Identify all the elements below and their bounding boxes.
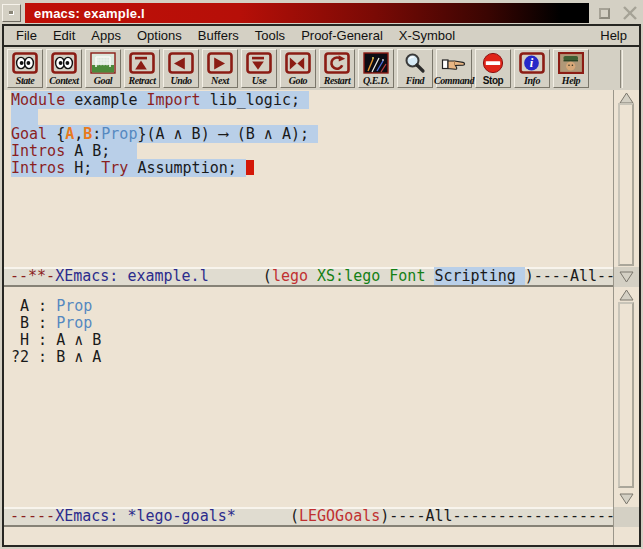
buffer-line: ?2 : B ∧ A — [11, 349, 613, 366]
toolbar-button-label: Command — [434, 75, 474, 87]
svg-text:i: i — [530, 56, 534, 70]
buffer-line: Intros H; Try Assumption; — [11, 160, 613, 177]
info-icon: i — [519, 51, 545, 75]
goto-icon — [285, 51, 311, 75]
menubar: FileEditAppsOptionsBuffersToolsProof-Gen… — [4, 26, 639, 47]
toolbar-divider — [620, 50, 623, 88]
menubar-items: FileEditAppsOptionsBuffersToolsProof-Gen… — [8, 26, 463, 45]
script-buffer[interactable]: Module example Import lib_logic; Goal {A… — [4, 90, 613, 267]
menu-item-file[interactable]: File — [8, 26, 45, 45]
toolbar-button-next[interactable]: Next — [202, 49, 238, 88]
menu-item-x-symbol[interactable]: X-Symbol — [391, 26, 463, 45]
close-button[interactable] — [620, 4, 640, 22]
toolbar-button-label: Stop — [483, 75, 504, 87]
frame: FileEditAppsOptionsBuffersToolsProof-Gen… — [2, 24, 641, 547]
toolbar-button-label: Goto — [289, 75, 307, 87]
toolbar-button-label: Undo — [170, 75, 191, 87]
toolbar-button-find[interactable]: Find — [397, 49, 433, 88]
close-icon — [622, 5, 638, 21]
restart-icon — [324, 51, 350, 75]
buffer-line: Intros A B; — [11, 143, 613, 160]
toolbar-button-label: Next — [211, 75, 229, 87]
eyes-icon — [51, 51, 77, 75]
editor-body: Module example Import lib_logic; Goal {A… — [4, 90, 639, 545]
maximize-icon — [599, 8, 610, 19]
toolbar-button-label: Use — [252, 75, 266, 87]
toolbar-button-label: Info — [524, 75, 540, 87]
toolbar-button-help[interactable]: Help — [553, 49, 589, 88]
scrollbar-gap — [614, 507, 639, 527]
goals-buffer[interactable]: A : Prop B : Prop H : A ∧ B?2 : B ∧ A — [4, 287, 613, 507]
help-icon — [558, 51, 584, 75]
toolbar-button-undo[interactable]: Undo — [163, 49, 199, 88]
toolbar-button-label: Context — [49, 75, 78, 87]
command-icon — [441, 51, 467, 75]
menu-item-buffers[interactable]: Buffers — [190, 26, 247, 45]
find-icon — [402, 51, 428, 75]
window-menu-icon — [9, 11, 14, 15]
text-cursor — [246, 160, 254, 175]
toolbar-button-info[interactable]: iInfo — [514, 49, 550, 88]
use-icon — [246, 51, 272, 75]
scroll-down-arrow-icon[interactable] — [619, 493, 634, 505]
buffer-line: H : A ∧ B — [11, 332, 613, 349]
xemacs-window: emacs: example.l FileEditAppsOptionsBuff… — [0, 0, 643, 549]
titlebar-gradient[interactable]: emacs: example.l — [25, 3, 589, 23]
menu-item-proof-general[interactable]: Proof-General — [293, 26, 391, 45]
scrollbar-thumb[interactable] — [618, 302, 634, 488]
toolbar-button-retract[interactable]: Retract — [124, 49, 160, 88]
maximize-button[interactable] — [594, 4, 614, 22]
minibuffer[interactable] — [4, 527, 613, 545]
menu-item-help[interactable]: Help — [592, 26, 635, 45]
menu-item-edit[interactable]: Edit — [45, 26, 83, 45]
buffer-line: Module example Import lib_logic; — [11, 92, 613, 109]
buffer-line: A : Prop — [11, 298, 613, 315]
toolbar-button-label: Retract — [128, 75, 155, 87]
scroll-down-arrow-icon[interactable] — [619, 271, 634, 283]
modeline-goals: -----XEmacs: *lego-goals* (LEGOGoals)---… — [4, 507, 613, 527]
toolbar-button-label: Goal — [94, 75, 112, 87]
stop-icon — [480, 51, 506, 75]
modeline-script: --**-XEmacs: example.l (lego XS:lego Fon… — [4, 267, 613, 287]
toolbar-button-stop[interactable]: Stop — [475, 49, 511, 88]
window-title: emacs: example.l — [34, 6, 145, 21]
retract-icon — [129, 51, 155, 75]
eyes-icon — [12, 51, 38, 75]
toolbar-button-context[interactable]: Context — [46, 49, 82, 88]
buffer-line: Goal {A,B:Prop}(A ∧ B) ⟶ (B ∧ A); — [11, 126, 613, 143]
toolbar-button-state[interactable]: State — [7, 49, 43, 88]
toolbar-button-label: Restart — [324, 75, 351, 87]
toolbar-button-restart[interactable]: Restart — [319, 49, 355, 88]
menu-item-apps[interactable]: Apps — [83, 26, 129, 45]
buffer-line — [11, 109, 613, 126]
menu-item-options[interactable]: Options — [129, 26, 190, 45]
menu-item-tools[interactable]: Tools — [247, 26, 293, 45]
window-menu-button[interactable] — [2, 4, 21, 22]
toolbar-button-use[interactable]: Use — [241, 49, 277, 88]
scroll-up-arrow-icon[interactable] — [619, 289, 634, 301]
qed-icon — [363, 51, 389, 75]
toolbar-button-label: Q.E.D. — [363, 75, 389, 87]
toolbar-button-label: Help — [562, 75, 580, 87]
toolbar: StateContextGoalRetractUndoNextUseGotoRe… — [4, 47, 639, 90]
toolbar-button-goal[interactable]: Goal — [85, 49, 121, 88]
toolbar-button-label: Find — [406, 75, 424, 87]
main-column: Module example Import lib_logic; Goal {A… — [4, 90, 613, 545]
toolbar-button-qed[interactable]: Q.E.D. — [358, 49, 394, 88]
next-icon — [207, 51, 233, 75]
buffer-line: B : Prop — [11, 315, 613, 332]
toolbar-button-goto[interactable]: Goto — [280, 49, 316, 88]
toolbar-button-command[interactable]: Command — [436, 49, 472, 88]
titlebar: emacs: example.l — [2, 2, 641, 24]
undo-icon — [168, 51, 194, 75]
scrollbar-thumb[interactable] — [618, 103, 634, 266]
toolbar-button-label: State — [16, 75, 35, 87]
goal-photo-icon — [90, 51, 116, 75]
scrollbar-column — [613, 90, 639, 545]
